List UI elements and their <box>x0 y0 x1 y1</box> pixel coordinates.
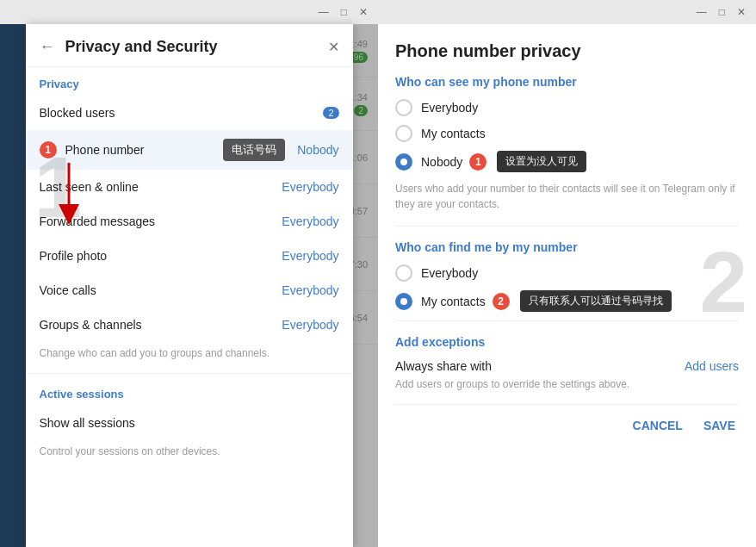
voice-calls-value: Everybody <box>282 283 338 297</box>
annotation-num-contacts: 2 <box>493 293 510 310</box>
groups-label: Groups & channels <box>40 318 282 332</box>
back-button[interactable]: ← <box>40 38 55 56</box>
right-titlebar: — □ ✕ <box>378 0 756 24</box>
find-contacts-row: My contacts 2 只有联系人可以通过号码寻找 <box>395 290 739 312</box>
see-section-heading: Who can see my phone number <box>395 75 739 89</box>
last-seen-value: Everybody <box>282 180 338 194</box>
maximize-btn-right[interactable]: □ <box>716 4 728 20</box>
modal-title: Phone number privacy <box>395 41 739 61</box>
close-btn-left[interactable]: ✕ <box>356 4 371 20</box>
add-users-link[interactable]: Add users <box>685 359 739 373</box>
show-all-sessions-label: Show all sessions <box>40 416 339 430</box>
forwarded-value: Everybody <box>282 214 338 228</box>
groups-note: Change who can add you to groups and cha… <box>26 342 353 370</box>
always-share-label: Always share with <box>395 359 492 373</box>
phone-number-value: Nobody <box>297 143 338 157</box>
sessions-note: Control your sessions on other devices. <box>26 440 353 468</box>
annotation-text: 电话号码 <box>223 139 285 161</box>
phone-privacy-modal: Phone number privacy Who can see my phon… <box>378 24 756 547</box>
active-sessions-label: Active sessions <box>26 377 353 406</box>
close-btn-right[interactable]: ✕ <box>734 4 749 20</box>
left-window: — □ ✕ Channel 1:49 5496 草 Contact <box>0 0 378 547</box>
nobody-tooltip: 设置为没人可见 <box>497 151 586 172</box>
see-everybody-option[interactable]: Everybody <box>395 99 739 116</box>
find-everybody-option[interactable]: Everybody <box>395 264 739 282</box>
modal-footer: CANCEL SAVE <box>395 404 739 439</box>
exceptions-divider <box>395 320 739 321</box>
voice-calls-item[interactable]: Voice calls Everybody <box>26 273 353 308</box>
maximize-btn-left[interactable]: □ <box>338 4 350 20</box>
find-everybody-label: Everybody <box>421 266 478 280</box>
see-contacts-option[interactable]: My contacts <box>395 125 739 142</box>
divider-1 <box>26 373 353 374</box>
contacts-tooltip: 只有联系人可以通过号码寻找 <box>520 290 672 312</box>
arrow-down-icon <box>52 163 103 232</box>
see-contacts-label: My contacts <box>421 127 486 140</box>
modal-divider <box>395 226 739 227</box>
show-all-sessions-item[interactable]: Show all sessions <box>26 406 353 440</box>
privacy-title: Privacy and Security <box>65 38 318 56</box>
voice-calls-label: Voice calls <box>40 283 282 297</box>
blocked-users-label: Blocked users <box>40 106 324 120</box>
minimize-btn-right[interactable]: — <box>693 4 710 20</box>
phone-number-label: Phone number <box>65 143 219 157</box>
annotation-num-1: 1 <box>40 141 57 159</box>
right-window: — □ ✕ 1:49 3 1:34 2 <box>378 0 756 547</box>
profile-photo-label: Profile photo <box>40 249 282 263</box>
add-exceptions-label: Add exceptions <box>395 335 739 349</box>
see-nobody-radio[interactable] <box>395 153 412 171</box>
profile-photo-value: Everybody <box>282 249 338 263</box>
see-nobody-row: Nobody 1 设置为没人可见 <box>395 151 739 172</box>
see-contacts-radio[interactable] <box>395 125 412 142</box>
privacy-section-label: Privacy <box>26 67 353 96</box>
groups-item[interactable]: Groups & channels Everybody <box>26 308 353 342</box>
left-titlebar: — □ ✕ <box>0 0 378 24</box>
blocked-users-badge: 2 <box>323 107 338 119</box>
see-everybody-label: Everybody <box>421 101 478 115</box>
profile-photo-item[interactable]: Profile photo Everybody <box>26 239 353 273</box>
find-contacts-label: My contacts <box>421 295 486 308</box>
privacy-header: ← Privacy and Security ✕ <box>26 24 353 67</box>
find-section-heading: Who can find me by my number <box>395 240 739 254</box>
blocked-users-item[interactable]: Blocked users 2 <box>26 96 353 130</box>
cancel-button[interactable]: CANCEL <box>629 412 686 439</box>
find-contacts-container: 2 My contacts 2 只有联系人可以通过号码寻找 <box>395 290 739 312</box>
find-contacts-radio[interactable] <box>395 293 412 310</box>
save-button[interactable]: SAVE <box>700 412 739 439</box>
privacy-modal: ← Privacy and Security ✕ Privacy Blocked… <box>0 24 378 547</box>
privacy-panel: ← Privacy and Security ✕ Privacy Blocked… <box>26 24 353 547</box>
phone-privacy-panel: Phone number privacy Who can see my phon… <box>378 24 756 547</box>
minimize-btn-left[interactable]: — <box>315 4 332 20</box>
see-nobody-option[interactable]: Nobody <box>395 153 462 171</box>
annotation-num-nobody: 1 <box>469 153 486 171</box>
find-everybody-radio[interactable] <box>395 264 412 282</box>
always-share-row: Always share with Add users <box>395 359 739 373</box>
see-everybody-radio[interactable] <box>395 99 412 116</box>
see-info-text: Users who add your number to their conta… <box>395 181 739 212</box>
exceptions-note: Add users or groups to override the sett… <box>395 378 739 390</box>
close-button[interactable]: ✕ <box>328 39 339 55</box>
find-contacts-option[interactable]: My contacts <box>395 293 486 310</box>
groups-value: Everybody <box>282 318 338 332</box>
see-nobody-label: Nobody <box>421 155 462 169</box>
phone-number-row-container: 1 Phone number 电话号码 Nobody <box>26 130 353 170</box>
